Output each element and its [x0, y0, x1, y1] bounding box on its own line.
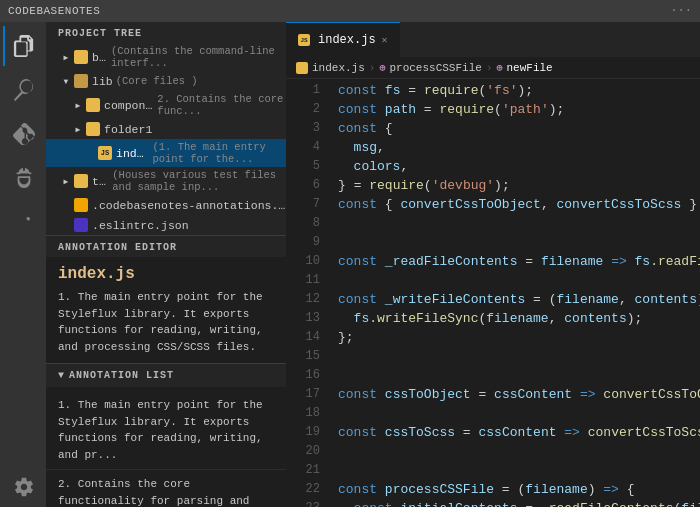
line-num-10: 10 [286, 252, 320, 271]
tree-desc-test: (Houses various test files and sample in… [112, 169, 286, 193]
tab-close-index-js[interactable]: ✕ [382, 34, 388, 46]
annotation-item-text-2: 2. Contains the core functionality for p… [58, 476, 274, 507]
code-line-18 [338, 404, 700, 423]
folder-icon-bin [74, 50, 88, 64]
code-line-8 [338, 214, 700, 233]
line-num-7: 7 [286, 195, 320, 214]
code-line-6: } = require('devbug'); [338, 176, 700, 195]
line-num-2: 2 [286, 100, 320, 119]
code-editor[interactable]: 1 2 3 4 5 6 7 8 9 10 11 12 13 14 15 16 1 [286, 79, 700, 507]
tab-js-icon: JS [298, 34, 310, 46]
annotation-item-text-1: 1. The main entry point for the Styleflu… [58, 397, 274, 463]
tree-item-folder1[interactable]: ▶ folder1 [46, 119, 286, 139]
line-num-8: 8 [286, 214, 320, 233]
line-num-11: 11 [286, 271, 320, 290]
file-tree: PROJECT TREE ▶ bin (Contains the command… [46, 22, 286, 235]
tree-label-index-js: index.js [116, 147, 149, 160]
tab-bar: JS index.js ✕ [286, 22, 700, 57]
tree-item-bin[interactable]: ▶ bin (Contains the command-line interf.… [46, 43, 286, 71]
breadcrumb-file-icon [296, 62, 308, 74]
activity-bar [0, 22, 46, 507]
code-line-20 [338, 442, 700, 461]
line-num-1: 1 [286, 81, 320, 100]
tree-arrow-bin: ▶ [58, 49, 74, 65]
activity-extensions[interactable] [3, 202, 43, 242]
line-num-19: 19 [286, 423, 320, 442]
tree-label-test: test [92, 175, 109, 188]
code-line-11 [338, 271, 700, 290]
tree-desc-lib: (Core files ) [116, 75, 198, 87]
activity-explorer[interactable] [3, 26, 43, 66]
code-line-23: const initialContents = _readFileContent… [338, 499, 700, 507]
activity-settings[interactable] [3, 467, 43, 507]
tree-arrow-folder1: ▶ [70, 121, 86, 137]
line-num-14: 14 [286, 328, 320, 347]
line-num-9: 9 [286, 233, 320, 252]
tree-label-bin: bin [92, 51, 108, 64]
folder-icon-folder1 [86, 122, 100, 136]
eslint-icon [74, 218, 88, 232]
code-content: const fs = require('fs'); const path = r… [328, 79, 700, 507]
line-num-21: 21 [286, 461, 320, 480]
line-num-18: 18 [286, 404, 320, 423]
editor-area: JS index.js ✕ index.js › ⊕ processCSSFil… [286, 22, 700, 507]
annotation-editor-text[interactable]: 1. The main entry point for the Styleflu… [58, 289, 274, 355]
annotation-editor-section: ANNOTATION EDITOR index.js 1. The main e… [46, 235, 286, 507]
activity-git[interactable] [3, 114, 43, 154]
title-bar-dots: ··· [670, 4, 692, 18]
annotation-editor-header: ANNOTATION EDITOR [46, 236, 286, 257]
code-line-4: msg, [338, 138, 700, 157]
js-icon-index: JS [98, 146, 112, 160]
line-numbers: 1 2 3 4 5 6 7 8 9 10 11 12 13 14 15 16 1 [286, 79, 328, 507]
tree-label-folder1: folder1 [104, 123, 152, 136]
tree-item-lib[interactable]: ▼ lib (Core files ) [46, 71, 286, 91]
code-line-9 [338, 233, 700, 252]
json-icon-annotations [74, 198, 88, 212]
code-line-2: const path = require('path'); [338, 100, 700, 119]
breadcrumb-func: processCSSFile [389, 62, 481, 74]
line-num-17: 17 [286, 385, 320, 404]
breadcrumb-var: newFile [507, 62, 553, 74]
code-line-1: const fs = require('fs'); [338, 81, 700, 100]
tree-item-test[interactable]: ▶ test (Houses various test files and sa… [46, 167, 286, 195]
activity-debug[interactable] [3, 158, 43, 198]
tree-item-annotations-json[interactable]: ▶ .codebasenotes-annotations.json [46, 195, 286, 215]
code-line-22: const processCSSFile = (filename) => { [338, 480, 700, 499]
line-num-13: 13 [286, 309, 320, 328]
folder-icon-lib [74, 74, 88, 88]
breadcrumb-func-icon-2: ⊕ [496, 62, 502, 74]
tree-item-eslintrc[interactable]: ▶ .eslintrc.json [46, 215, 286, 235]
tree-arrow-components: ▶ [70, 97, 86, 113]
line-num-5: 5 [286, 157, 320, 176]
folder-icon-components [86, 98, 100, 112]
activity-search[interactable] [3, 70, 43, 110]
line-num-22: 22 [286, 480, 320, 499]
annotation-list-header[interactable]: ▼ ANNOTATION LIST [46, 363, 286, 387]
annotation-list-label: ANNOTATION LIST [69, 370, 174, 381]
tab-index-js[interactable]: JS index.js ✕ [286, 22, 400, 57]
tree-desc-components: 2. Contains the core func... [157, 93, 286, 117]
annotation-list-item-2[interactable]: 2. Contains the core functionality for p… [46, 470, 286, 507]
tree-label-lib: lib [92, 75, 113, 88]
tab-label-index-js: index.js [318, 33, 376, 47]
code-line-14: }; [338, 328, 700, 347]
tree-desc-bin: (Contains the command-line interf... [111, 45, 286, 69]
code-line-12: const _writeFileContents = (filename, co… [338, 290, 700, 309]
tree-item-components[interactable]: ▶ components 2. Contains the core func..… [46, 91, 286, 119]
code-line-13: fs.writeFileSync(filename, contents); [338, 309, 700, 328]
tree-item-index-js[interactable]: ▶ JS index.js (1. The main entry point f… [46, 139, 286, 167]
tree-arrow-test: ▶ [58, 173, 74, 189]
annotation-list-item-1[interactable]: 1. The main entry point for the Styleflu… [46, 391, 286, 470]
code-line-21 [338, 461, 700, 480]
sidebar: PROJECT TREE ▶ bin (Contains the command… [46, 22, 286, 507]
annotation-list-content: 1. The main entry point for the Styleflu… [46, 387, 286, 507]
line-num-16: 16 [286, 366, 320, 385]
line-num-12: 12 [286, 290, 320, 309]
tree-label-annotations-json: .codebasenotes-annotations.json [92, 199, 286, 212]
breadcrumb-func-icon-1: ⊕ [379, 62, 385, 74]
breadcrumb-sep-1: › [369, 62, 376, 74]
folder-icon-test [74, 174, 88, 188]
code-line-3: const { [338, 119, 700, 138]
annotation-list-chevron: ▼ [58, 370, 65, 381]
code-line-7: const { convertCssToObject, convertCssTo… [338, 195, 700, 214]
